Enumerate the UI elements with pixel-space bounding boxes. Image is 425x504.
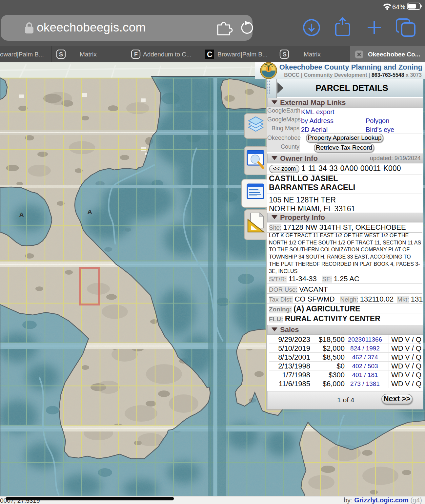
svg-text:C: C (207, 50, 212, 59)
svg-text:A: A (87, 208, 92, 216)
svg-text:F: F (134, 51, 138, 58)
svg-text:A: A (19, 211, 24, 219)
svg-text:S: S (59, 51, 63, 58)
svg-text:64%: 64% (392, 3, 405, 10)
svg-text:S: S (283, 51, 287, 58)
